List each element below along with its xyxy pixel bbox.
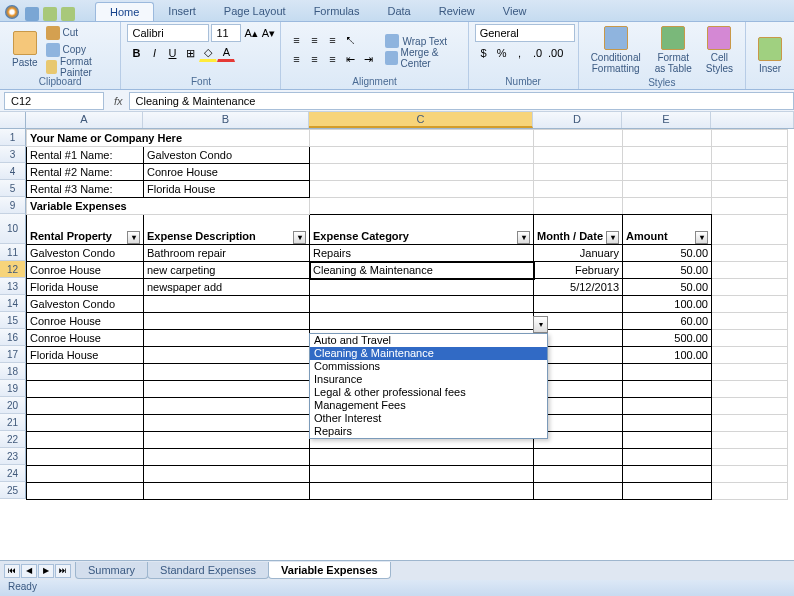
col-header-a[interactable]: A <box>26 112 143 128</box>
amount-cell[interactable]: 50.00 <box>623 245 712 262</box>
redo-icon[interactable] <box>61 7 75 21</box>
cell[interactable] <box>623 130 712 147</box>
cell[interactable] <box>144 449 310 466</box>
row-header[interactable]: 1 <box>0 129 26 146</box>
col-header-category[interactable]: Expense Category▾ <box>310 215 534 245</box>
align-top-button[interactable]: ≡ <box>287 31 305 49</box>
grow-font-button[interactable]: A▴ <box>243 24 258 42</box>
cell[interactable] <box>712 364 788 381</box>
sheet-tab[interactable]: Summary <box>75 562 148 579</box>
category-cell[interactable] <box>310 279 534 296</box>
tab-nav-first[interactable]: ⏮ <box>4 564 20 578</box>
cell[interactable] <box>310 466 534 483</box>
cell[interactable] <box>712 330 788 347</box>
fx-icon[interactable]: fx <box>114 95 123 107</box>
cell[interactable] <box>534 181 623 198</box>
cell[interactable] <box>310 164 534 181</box>
cell[interactable] <box>712 347 788 364</box>
ribbon-tab-insert[interactable]: Insert <box>154 2 210 21</box>
cell[interactable] <box>534 449 623 466</box>
desc-cell[interactable]: Bathroom repair <box>144 245 310 262</box>
desc-cell[interactable]: new carpeting <box>144 262 310 279</box>
cell[interactable] <box>712 398 788 415</box>
filter-icon[interactable]: ▾ <box>606 231 619 244</box>
cell[interactable] <box>712 296 788 313</box>
property-cell[interactable]: Conroe House <box>27 313 144 330</box>
amount-cell[interactable]: 50.00 <box>623 262 712 279</box>
col-header-date[interactable]: Month / Date▾ <box>534 215 623 245</box>
property-cell[interactable]: Conroe House <box>27 330 144 347</box>
category-cell[interactable] <box>310 313 534 330</box>
font-size-select[interactable] <box>211 24 241 42</box>
cell[interactable] <box>712 381 788 398</box>
col-header-d[interactable]: D <box>533 112 622 128</box>
cell[interactable] <box>27 398 144 415</box>
date-cell[interactable]: 5/12/2013 <box>534 279 623 296</box>
cell[interactable] <box>712 262 788 279</box>
row-header[interactable]: 18 <box>0 363 26 380</box>
cell[interactable] <box>712 432 788 449</box>
fill-color-button[interactable]: ◇ <box>199 44 217 62</box>
ribbon-tab-review[interactable]: Review <box>425 2 489 21</box>
format-as-table-button[interactable]: Format as Table <box>649 24 698 76</box>
row-header[interactable]: 3 <box>0 146 26 163</box>
date-cell[interactable]: January <box>534 245 623 262</box>
cell[interactable] <box>144 432 310 449</box>
align-center-button[interactable]: ≡ <box>305 50 323 68</box>
number-format-select[interactable] <box>475 24 575 42</box>
row-header[interactable]: 17 <box>0 346 26 363</box>
dropdown-option[interactable]: Other Interest <box>310 412 547 425</box>
row-header[interactable]: 21 <box>0 414 26 431</box>
cell[interactable] <box>623 381 712 398</box>
cell[interactable] <box>144 415 310 432</box>
cell[interactable] <box>712 449 788 466</box>
desc-cell[interactable] <box>144 313 310 330</box>
cell[interactable] <box>712 415 788 432</box>
cell[interactable] <box>534 483 623 500</box>
undo-icon[interactable] <box>43 7 57 21</box>
font-color-button[interactable]: A <box>217 44 235 62</box>
rental-label[interactable]: Rental #2 Name: <box>27 164 144 181</box>
col-header-amount[interactable]: Amount▾ <box>623 215 712 245</box>
property-cell[interactable]: Florida House <box>27 347 144 364</box>
cell[interactable] <box>310 198 534 215</box>
indent-dec-button[interactable]: ⇤ <box>341 50 359 68</box>
property-cell[interactable]: Conroe House <box>27 262 144 279</box>
comma-button[interactable]: , <box>511 44 529 62</box>
align-middle-button[interactable]: ≡ <box>305 31 323 49</box>
cell[interactable] <box>27 432 144 449</box>
cell[interactable] <box>712 483 788 500</box>
cell[interactable] <box>712 466 788 483</box>
cell[interactable] <box>310 483 534 500</box>
cell[interactable] <box>27 415 144 432</box>
insert-button[interactable]: Inser <box>752 35 788 76</box>
col-header-e[interactable]: E <box>622 112 711 128</box>
title-cell[interactable]: Your Name or Company Here <box>27 130 310 147</box>
row-header[interactable]: 15 <box>0 312 26 329</box>
cell[interactable] <box>623 398 712 415</box>
cell[interactable] <box>144 398 310 415</box>
cell[interactable] <box>623 147 712 164</box>
bold-button[interactable]: B <box>127 44 145 62</box>
cell[interactable] <box>534 164 623 181</box>
currency-button[interactable]: $ <box>475 44 493 62</box>
cell[interactable] <box>623 364 712 381</box>
border-button[interactable]: ⊞ <box>181 44 199 62</box>
cell[interactable] <box>712 181 788 198</box>
indent-inc-button[interactable]: ⇥ <box>359 50 377 68</box>
date-cell[interactable] <box>534 296 623 313</box>
cell[interactable] <box>623 466 712 483</box>
save-icon[interactable] <box>25 7 39 21</box>
amount-cell[interactable]: 100.00 <box>623 296 712 313</box>
cell[interactable] <box>144 381 310 398</box>
cell[interactable] <box>534 147 623 164</box>
name-box[interactable] <box>4 92 104 110</box>
rental-label[interactable]: Rental #3 Name: <box>27 181 144 198</box>
desc-cell[interactable] <box>144 330 310 347</box>
ribbon-tab-view[interactable]: View <box>489 2 541 21</box>
conditional-formatting-button[interactable]: Conditional Formatting <box>585 24 647 76</box>
dropdown-option[interactable]: Insurance <box>310 373 547 386</box>
dropdown-option[interactable]: Legal & other professional fees <box>310 386 547 399</box>
inc-decimal-button[interactable]: .0 <box>529 44 547 62</box>
align-left-button[interactable]: ≡ <box>287 50 305 68</box>
